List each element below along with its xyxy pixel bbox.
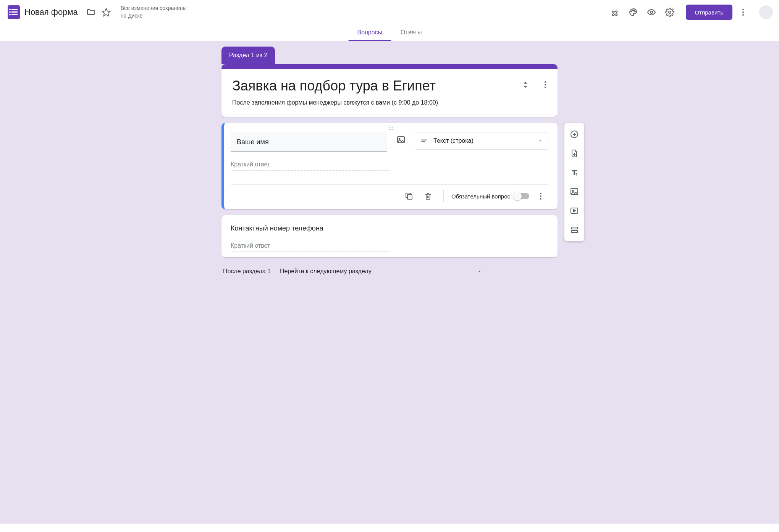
- svg-rect-2: [11, 11, 18, 13]
- more-vert-icon[interactable]: [735, 5, 751, 20]
- collapse-icon[interactable]: [518, 77, 533, 92]
- question-title-text[interactable]: Контактный номер телефона: [231, 224, 548, 232]
- section-chip: Раздел 1 из 2: [221, 47, 275, 64]
- svg-point-12: [669, 11, 671, 13]
- svg-rect-29: [407, 195, 412, 199]
- document-title[interactable]: Новая форма: [24, 7, 78, 17]
- import-question-icon[interactable]: [565, 144, 583, 163]
- svg-point-22: [389, 129, 390, 130]
- answer-placeholder: Краткий ответ: [231, 161, 390, 171]
- save-status-line1: Все изменения сохранены: [121, 5, 187, 12]
- tab-questions[interactable]: Вопросы: [348, 24, 392, 41]
- svg-point-13: [742, 9, 744, 10]
- question-card-selected[interactable]: Текст (строка) Краткий ответ Обязательны…: [221, 123, 558, 209]
- svg-point-10: [634, 11, 635, 12]
- svg-point-4: [9, 9, 11, 10]
- settings-icon[interactable]: [662, 5, 677, 20]
- svg-rect-39: [571, 231, 577, 232]
- add-image-toolbar-icon[interactable]: [565, 182, 583, 201]
- drag-icon[interactable]: [386, 125, 396, 132]
- chevron-down-icon: [538, 139, 543, 143]
- save-status-line2: на Диске: [121, 12, 187, 20]
- svg-point-14: [742, 11, 744, 13]
- form-title[interactable]: Заявка на подбор тура в Египет: [232, 78, 547, 94]
- svg-point-18: [545, 87, 546, 88]
- preview-icon[interactable]: [644, 5, 659, 20]
- tabs: Вопросы Ответы: [0, 24, 779, 41]
- required-toggle[interactable]: [514, 193, 529, 199]
- svg-rect-1: [11, 9, 18, 10]
- after-section-value: Перейти к следующему разделу: [280, 268, 372, 275]
- svg-point-31: [540, 195, 541, 197]
- svg-point-6: [9, 14, 11, 16]
- question-type-label: Текст (строка): [433, 137, 474, 144]
- svg-point-24: [392, 129, 393, 130]
- forms-logo-icon[interactable]: [6, 5, 21, 20]
- after-section-row: После раздела 1 Перейти к следующему раз…: [221, 264, 558, 279]
- folder-icon[interactable]: [83, 5, 99, 20]
- addons-icon[interactable]: [607, 5, 622, 20]
- after-section-label: После раздела 1: [223, 268, 271, 275]
- question-more-icon[interactable]: [533, 189, 548, 204]
- star-icon[interactable]: [99, 5, 114, 20]
- after-section-select[interactable]: Перейти к следующему разделу: [277, 264, 485, 279]
- short-text-icon: [420, 137, 428, 145]
- svg-point-21: [392, 127, 393, 128]
- svg-point-16: [545, 81, 546, 83]
- svg-point-7: [630, 11, 631, 12]
- svg-point-5: [9, 11, 11, 13]
- svg-point-9: [633, 10, 634, 11]
- required-label: Обязательный вопрос: [451, 193, 510, 200]
- svg-rect-38: [571, 227, 577, 229]
- add-section-icon[interactable]: [565, 221, 583, 239]
- add-title-icon[interactable]: т: [565, 163, 583, 182]
- svg-point-15: [742, 14, 744, 16]
- svg-point-23: [390, 129, 391, 130]
- question-title-input[interactable]: [231, 132, 387, 152]
- svg-point-17: [545, 84, 546, 85]
- side-toolbar: т: [564, 123, 584, 241]
- save-status: Все изменения сохранены на Диске: [121, 5, 187, 19]
- palette-icon[interactable]: [625, 5, 641, 20]
- chevron-down-icon: [477, 269, 482, 274]
- add-question-icon[interactable]: [565, 125, 583, 143]
- svg-point-19: [389, 127, 390, 128]
- svg-rect-28: [422, 141, 425, 142]
- section-more-icon[interactable]: [538, 77, 553, 92]
- app-header: Новая форма Все изменения сохранены на Д…: [0, 0, 779, 24]
- send-button[interactable]: Отправить: [686, 5, 732, 20]
- svg-point-8: [632, 10, 632, 11]
- form-description[interactable]: После заполнения формы менеджеры свяжутс…: [232, 99, 547, 106]
- add-video-icon[interactable]: [565, 202, 583, 220]
- svg-rect-3: [11, 14, 18, 15]
- svg-point-32: [540, 198, 541, 200]
- copy-icon[interactable]: [401, 189, 417, 204]
- tab-answers[interactable]: Ответы: [391, 24, 431, 41]
- avatar[interactable]: [759, 5, 773, 19]
- question-card[interactable]: Контактный номер телефона Краткий ответ: [221, 215, 558, 257]
- answer-placeholder: Краткий ответ: [231, 242, 390, 252]
- form-header-card[interactable]: Заявка на подбор тура в Египет После зап…: [221, 64, 558, 117]
- add-image-icon[interactable]: [393, 132, 409, 147]
- svg-point-11: [650, 11, 653, 13]
- svg-point-20: [390, 127, 391, 128]
- delete-icon[interactable]: [420, 189, 436, 204]
- question-type-select[interactable]: Текст (строка): [415, 132, 548, 150]
- svg-rect-27: [422, 140, 427, 140]
- svg-text:т: т: [575, 172, 577, 176]
- svg-point-30: [540, 193, 541, 194]
